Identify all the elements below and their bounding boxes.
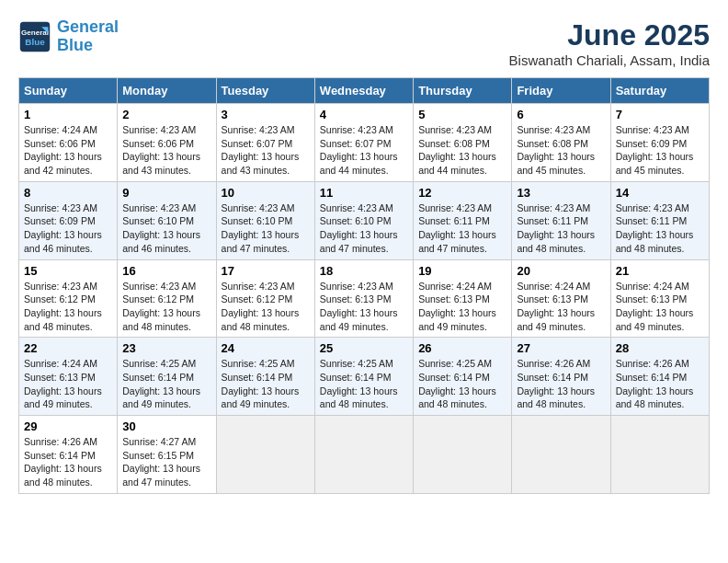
- day-number: 16: [122, 264, 210, 278]
- day-info: Sunrise: 4:24 AMSunset: 6:13 PMDaylight:…: [517, 280, 605, 334]
- day-info: Sunrise: 4:23 AMSunset: 6:11 PMDaylight:…: [517, 201, 605, 256]
- calendar-day-cell: 21Sunrise: 4:24 AMSunset: 6:13 PMDayligh…: [610, 259, 709, 338]
- weekday-header-saturday: Saturday: [610, 78, 709, 104]
- day-info: Sunrise: 4:23 AMSunset: 6:10 PMDaylight:…: [320, 201, 408, 256]
- day-number: 9: [122, 186, 210, 200]
- logo-icon: General Blue: [18, 20, 51, 53]
- day-number: 19: [418, 264, 506, 278]
- day-number: 3: [222, 108, 310, 121]
- day-number: 24: [222, 341, 310, 355]
- calendar-day-cell: [314, 416, 413, 494]
- day-number: 28: [616, 341, 704, 355]
- weekday-header-sunday: Sunday: [19, 78, 118, 104]
- day-number: 21: [616, 264, 704, 278]
- day-number: 1: [24, 108, 112, 121]
- day-number: 23: [122, 341, 210, 355]
- day-number: 12: [418, 186, 506, 200]
- header: General Blue General Blue June 2025 Bisw…: [18, 18, 710, 68]
- day-number: 14: [616, 186, 704, 200]
- calendar-day-cell: 20Sunrise: 4:24 AMSunset: 6:13 PMDayligh…: [512, 259, 610, 338]
- logo-line1: General: [57, 17, 119, 36]
- day-number: 25: [320, 341, 408, 355]
- day-number: 11: [320, 186, 408, 200]
- weekday-header-monday: Monday: [118, 78, 216, 104]
- day-info: Sunrise: 4:24 AMSunset: 6:06 PMDaylight:…: [24, 123, 112, 178]
- calendar-subtitle: Biswanath Chariali, Assam, India: [509, 52, 710, 68]
- calendar-day-cell: 18Sunrise: 4:23 AMSunset: 6:13 PMDayligh…: [314, 259, 413, 338]
- weekday-header-wednesday: Wednesday: [314, 78, 413, 104]
- calendar-day-cell: [414, 416, 512, 494]
- day-info: Sunrise: 4:23 AMSunset: 6:13 PMDaylight:…: [320, 280, 408, 334]
- calendar-day-cell: [216, 416, 314, 494]
- calendar-day-cell: [610, 416, 709, 494]
- calendar-day-cell: 26Sunrise: 4:25 AMSunset: 6:14 PMDayligh…: [414, 338, 512, 416]
- day-number: 8: [24, 186, 112, 200]
- calendar-day-cell: 22Sunrise: 4:24 AMSunset: 6:13 PMDayligh…: [19, 338, 118, 416]
- calendar-title: June 2025: [509, 18, 710, 52]
- day-info: Sunrise: 4:23 AMSunset: 6:12 PMDaylight:…: [24, 280, 112, 334]
- day-info: Sunrise: 4:23 AMSunset: 6:11 PMDaylight:…: [418, 201, 506, 256]
- calendar-day-cell: 30Sunrise: 4:27 AMSunset: 6:15 PMDayligh…: [118, 416, 216, 494]
- day-info: Sunrise: 4:25 AMSunset: 6:14 PMDaylight:…: [122, 357, 210, 411]
- calendar-day-cell: 4Sunrise: 4:23 AMSunset: 6:07 PMDaylight…: [314, 104, 413, 182]
- day-number: 13: [517, 186, 605, 200]
- day-number: 27: [517, 341, 605, 355]
- calendar-day-cell: 9Sunrise: 4:23 AMSunset: 6:10 PMDaylight…: [118, 181, 216, 259]
- calendar-day-cell: 1Sunrise: 4:24 AMSunset: 6:06 PMDaylight…: [19, 104, 118, 182]
- calendar-day-cell: 5Sunrise: 4:23 AMSunset: 6:08 PMDaylight…: [414, 104, 512, 182]
- calendar-day-cell: 13Sunrise: 4:23 AMSunset: 6:11 PMDayligh…: [512, 181, 610, 259]
- calendar-day-cell: 29Sunrise: 4:26 AMSunset: 6:14 PMDayligh…: [19, 416, 118, 494]
- day-info: Sunrise: 4:25 AMSunset: 6:14 PMDaylight:…: [320, 357, 408, 411]
- calendar-day-cell: [512, 416, 610, 494]
- logo-line2: Blue: [57, 36, 93, 54]
- day-info: Sunrise: 4:26 AMSunset: 6:14 PMDaylight:…: [616, 357, 704, 411]
- day-number: 18: [320, 264, 408, 278]
- day-info: Sunrise: 4:24 AMSunset: 6:13 PMDaylight:…: [616, 280, 704, 334]
- day-number: 4: [320, 108, 408, 121]
- day-number: 10: [222, 186, 310, 200]
- weekday-header-thursday: Thursday: [414, 78, 512, 104]
- day-info: Sunrise: 4:23 AMSunset: 6:09 PMDaylight:…: [24, 201, 112, 256]
- day-info: Sunrise: 4:23 AMSunset: 6:07 PMDaylight:…: [320, 123, 408, 178]
- day-info: Sunrise: 4:24 AMSunset: 6:13 PMDaylight:…: [24, 357, 112, 411]
- svg-text:Blue: Blue: [25, 37, 45, 47]
- day-number: 22: [24, 341, 112, 355]
- weekday-header-row: SundayMondayTuesdayWednesdayThursdayFrid…: [19, 78, 710, 104]
- calendar-day-cell: 28Sunrise: 4:26 AMSunset: 6:14 PMDayligh…: [610, 338, 709, 416]
- title-area: June 2025 Biswanath Chariali, Assam, Ind…: [509, 18, 710, 68]
- calendar-day-cell: 2Sunrise: 4:23 AMSunset: 6:06 PMDaylight…: [118, 104, 216, 182]
- day-info: Sunrise: 4:23 AMSunset: 6:08 PMDaylight:…: [418, 123, 506, 178]
- calendar-day-cell: 15Sunrise: 4:23 AMSunset: 6:12 PMDayligh…: [19, 259, 118, 338]
- day-number: 2: [122, 108, 210, 121]
- day-info: Sunrise: 4:27 AMSunset: 6:15 PMDaylight:…: [122, 435, 210, 489]
- calendar-day-cell: 11Sunrise: 4:23 AMSunset: 6:10 PMDayligh…: [314, 181, 413, 259]
- day-number: 26: [418, 341, 506, 355]
- day-number: 5: [418, 108, 506, 121]
- calendar-week-row: 29Sunrise: 4:26 AMSunset: 6:14 PMDayligh…: [19, 416, 710, 494]
- day-info: Sunrise: 4:26 AMSunset: 6:14 PMDaylight:…: [24, 435, 112, 489]
- calendar-day-cell: 6Sunrise: 4:23 AMSunset: 6:08 PMDaylight…: [512, 104, 610, 182]
- day-number: 15: [24, 264, 112, 278]
- calendar-week-row: 1Sunrise: 4:24 AMSunset: 6:06 PMDaylight…: [19, 104, 710, 182]
- calendar-day-cell: 16Sunrise: 4:23 AMSunset: 6:12 PMDayligh…: [118, 259, 216, 338]
- day-info: Sunrise: 4:23 AMSunset: 6:10 PMDaylight:…: [122, 201, 210, 256]
- day-number: 30: [122, 419, 210, 433]
- logo: General Blue General Blue: [18, 18, 119, 55]
- day-number: 17: [222, 264, 310, 278]
- svg-text:General: General: [21, 29, 49, 37]
- calendar-week-row: 8Sunrise: 4:23 AMSunset: 6:09 PMDaylight…: [19, 181, 710, 259]
- calendar-day-cell: 24Sunrise: 4:25 AMSunset: 6:14 PMDayligh…: [216, 338, 314, 416]
- calendar-table: SundayMondayTuesdayWednesdayThursdayFrid…: [18, 77, 710, 494]
- day-info: Sunrise: 4:23 AMSunset: 6:08 PMDaylight:…: [517, 123, 605, 178]
- calendar-day-cell: 27Sunrise: 4:26 AMSunset: 6:14 PMDayligh…: [512, 338, 610, 416]
- day-info: Sunrise: 4:23 AMSunset: 6:07 PMDaylight:…: [222, 123, 310, 178]
- day-info: Sunrise: 4:24 AMSunset: 6:13 PMDaylight:…: [418, 280, 506, 334]
- day-info: Sunrise: 4:23 AMSunset: 6:11 PMDaylight:…: [616, 201, 704, 256]
- day-info: Sunrise: 4:26 AMSunset: 6:14 PMDaylight:…: [517, 357, 605, 411]
- day-info: Sunrise: 4:25 AMSunset: 6:14 PMDaylight:…: [418, 357, 506, 411]
- day-number: 6: [517, 108, 605, 121]
- calendar-day-cell: 7Sunrise: 4:23 AMSunset: 6:09 PMDaylight…: [610, 104, 709, 182]
- day-number: 7: [616, 108, 704, 121]
- day-info: Sunrise: 4:23 AMSunset: 6:09 PMDaylight:…: [616, 123, 704, 178]
- logo-text: General Blue: [57, 18, 119, 55]
